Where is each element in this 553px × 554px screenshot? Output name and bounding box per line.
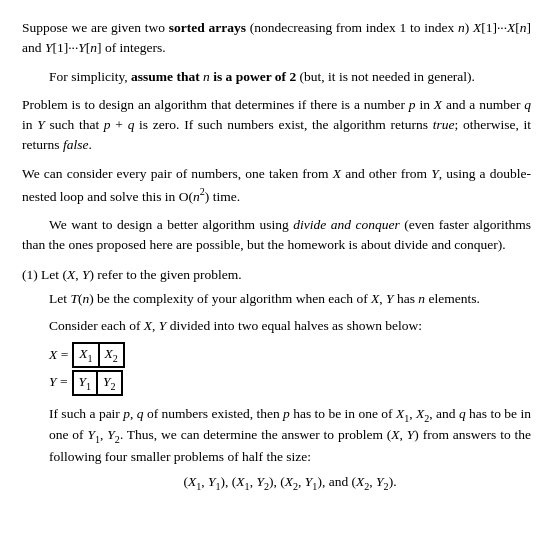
matrix-x2-cell: X2 bbox=[99, 343, 124, 367]
bold-assume: assume that bbox=[131, 69, 200, 84]
matrix-x1-cell: X1 bbox=[73, 343, 98, 367]
paragraph-3: Problem is to design an algorithm that d… bbox=[22, 95, 531, 156]
paragraph-1: Suppose we are given two sorted arrays (… bbox=[22, 18, 531, 59]
section-1-tn: Let T(n) be the complexity of your algor… bbox=[49, 289, 531, 309]
section-1-consider: Consider each of X, Y divided into two e… bbox=[49, 316, 531, 336]
section-1-if: If such a pair p, q of numbers existed, … bbox=[49, 404, 531, 494]
bold-sorted-arrays: sorted arrays bbox=[169, 20, 246, 35]
matrix-y-label: Y = bbox=[49, 372, 68, 392]
matrix-x-outer: X1X2 bbox=[72, 342, 125, 368]
matrix-y2-cell: Y2 bbox=[97, 371, 122, 395]
paragraph-4a: We can consider every pair of numbers, o… bbox=[22, 164, 531, 207]
bold-2: 2 bbox=[289, 69, 296, 84]
paragraph-4b: We want to design a better algorithm usi… bbox=[22, 215, 531, 256]
section-1-final-line: (X1, Y1), (X1, Y2), (X2, Y1), and (X2, Y… bbox=[49, 472, 531, 494]
matrix-x-row: X = X1X2 bbox=[49, 342, 531, 368]
matrix-x-label: X = bbox=[49, 345, 68, 365]
matrix-y-outer: Y1Y2 bbox=[72, 370, 123, 396]
matrix-y1-cell: Y1 bbox=[73, 371, 98, 395]
paragraph-2: For simplicity, assume that n is a power… bbox=[22, 67, 531, 87]
matrix-y-row: Y = Y1Y2 bbox=[49, 370, 531, 396]
section-1-label: (1) Let (X, Y) refer to the given proble… bbox=[22, 265, 531, 285]
bold-power: is a power of bbox=[213, 69, 286, 84]
